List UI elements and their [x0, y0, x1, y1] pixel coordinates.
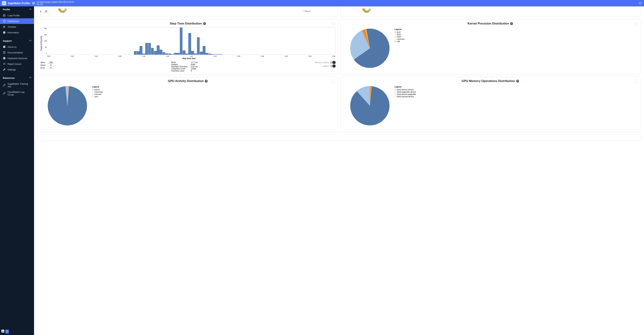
card-menu-icon[interactable]: ⋯	[331, 79, 335, 84]
sidebar-item-label: Settings	[8, 68, 16, 71]
legend-others: Others	[302, 10, 310, 12]
compass-icon	[3, 14, 6, 17]
legend-item[interactable]: HtoD.pinned.device	[394, 96, 416, 98]
chevron-up-icon	[29, 77, 32, 79]
legend-swatch	[92, 94, 94, 95]
xend-input[interactable]	[48, 67, 54, 69]
legend-swatch	[394, 89, 396, 90]
sidebar-item-label: Documentation	[8, 51, 23, 54]
sidebar-item-about[interactable]: i About us	[0, 44, 34, 50]
legend-item[interactable]: int32	[394, 36, 405, 38]
legend-item[interactable]: DtoH.device.pageable	[394, 93, 416, 95]
legend-item[interactable]: memcopy	[92, 91, 103, 93]
legend-swatch	[394, 36, 396, 38]
sidebar-item-timeline[interactable]: Timeline	[0, 24, 34, 30]
legend-item[interactable]: DtoD.device.device	[394, 89, 416, 91]
legend-item[interactable]: fp16	[394, 33, 405, 36]
legend-swatch	[92, 89, 94, 90]
k-input[interactable]	[43, 10, 49, 13]
legend-item[interactable]: int8	[394, 40, 405, 43]
pie-chart	[350, 86, 390, 126]
sidebar-item-report[interactable]: Report issuus	[0, 61, 34, 67]
legend-item[interactable]: memset	[92, 93, 103, 95]
nbins-input[interactable]	[48, 61, 54, 64]
sidebar-item-label: Keyboard shortcuts	[8, 57, 27, 60]
svg-rect-22	[2, 331, 2, 332]
sidebar-item-keyboard[interactable]: ? Keyboard shortcuts	[0, 55, 34, 61]
legend-item[interactable]: HtoD.pageable.device	[394, 91, 416, 93]
hist-yaxis: 200150100500	[43, 27, 47, 55]
menu-toggle-icon[interactable]	[32, 2, 35, 4]
legend-label: HtoD.pinned.device	[397, 96, 414, 98]
sidebar-item-label: Dashboard	[8, 20, 19, 23]
legend-label: HtoD.pageable.device	[397, 91, 416, 93]
card-step-time: ⋯ Step Time Distribution? Count of Recor…	[38, 19, 338, 75]
toggle-outliers[interactable]	[330, 61, 335, 64]
legend-item[interactable]: unknown	[394, 38, 405, 40]
svg-rect-7	[3, 27, 4, 27]
topbar: SageMaker Profiler pt-resnet-smppy-1xg4d…	[0, 0, 644, 7]
xend-label: xEnd	[40, 67, 46, 69]
legend-item[interactable]: sync	[92, 96, 103, 98]
legend: Legend kernelmemcopymemsetsync	[92, 86, 103, 98]
card-menu-icon[interactable]: ⋯	[634, 22, 638, 26]
card-gpu-activity: ⋯ GPU Activity Distribution? Legend kern…	[38, 77, 338, 130]
donut-chart-partial	[56, 9, 69, 14]
sidebar-section-profile[interactable]: Profile	[0, 7, 34, 13]
sidebar-section-label: Resources	[3, 77, 14, 79]
sidebar-item-training-job[interactable]: SageMaker Training Job	[0, 81, 34, 89]
legend: Legend DtoD.device.deviceHtoD.pageable.d…	[394, 86, 416, 98]
sidebar-item-label: Report issuus	[8, 63, 22, 65]
card-title-text: GPU Memory Operations Distribution	[462, 79, 515, 83]
legend-label: int32	[397, 36, 401, 38]
bug-icon	[3, 63, 6, 65]
card-menu-icon[interactable]: ⋯	[331, 22, 335, 26]
hist-xaxis: 0.000.320.640.961.281.601.922.242.562.88…	[42, 55, 335, 57]
job-name: pt-resnet-smppy-1xg4dn-2023-05-19-23-07-…	[37, 1, 76, 6]
toggle-log[interactable]	[330, 65, 335, 67]
toggle-outliers-label: Remove outliers	[315, 61, 329, 64]
sidebar-item-documentation[interactable]: Documentation	[0, 50, 34, 55]
sidebar-item-load-profile[interactable]: Load Profile	[0, 13, 34, 18]
info-icon: i	[3, 46, 6, 48]
legend-swatch	[92, 96, 94, 97]
content: k Others ⋯	[34, 7, 644, 335]
card-title-text: GPU Activity Distribution	[168, 79, 204, 83]
hist-xlabel: Step times (ms)	[42, 58, 335, 60]
legend: Legend fp32fp16int32unknownint8	[394, 28, 405, 43]
sidebar-item-cloudwatch[interactable]: CloudWatch Log Group	[0, 89, 34, 97]
sidebar-item-label: Timeline	[8, 26, 16, 28]
help-icon[interactable]: ?	[510, 22, 513, 25]
legend-item[interactable]: kernel	[92, 89, 103, 91]
sidebar-section-label: Support	[3, 40, 12, 42]
card-title-text: Step Time Distribution	[170, 22, 202, 25]
svg-rect-6	[3, 26, 5, 26]
sidebar-item-dashboard[interactable]: Dashboard	[0, 18, 34, 24]
pie-chart	[47, 86, 88, 126]
legend-label: sync	[94, 96, 98, 98]
chart-icon[interactable]	[2, 330, 4, 332]
svg-point-1	[4, 3, 4, 4]
sidebar-section-resources[interactable]: Resources	[0, 75, 34, 81]
badge[interactable]: D80	[5, 330, 9, 333]
sidebar-section-support[interactable]: Support	[0, 38, 34, 44]
sidebar-item-settings[interactable]: Settings	[0, 67, 34, 72]
help-icon[interactable]: ?	[203, 22, 206, 25]
help-icon[interactable]: ?	[516, 80, 519, 83]
svg-rect-24	[3, 331, 4, 332]
settings-icon	[3, 68, 6, 71]
legend-swatch	[394, 96, 396, 97]
chevron-up-icon	[29, 40, 32, 42]
sidebar-item-information[interactable]: i Information	[0, 30, 34, 35]
help-icon[interactable]: ?	[205, 80, 208, 83]
svg-text:i: i	[4, 32, 4, 33]
xstart-input[interactable]	[48, 64, 54, 66]
power-icon[interactable]	[639, 1, 642, 5]
sidebar-item-label: Load Profile	[8, 14, 20, 17]
legend-label: kernel	[94, 89, 100, 91]
legend-item[interactable]: fp32	[394, 31, 405, 33]
sidebar: Profile Load Profile Dashboard Timeline …	[0, 7, 34, 335]
toggle-log-label: logAxis	[323, 65, 329, 67]
legend-label: memcopy	[94, 91, 103, 93]
card-menu-icon[interactable]: ⋯	[634, 79, 638, 84]
